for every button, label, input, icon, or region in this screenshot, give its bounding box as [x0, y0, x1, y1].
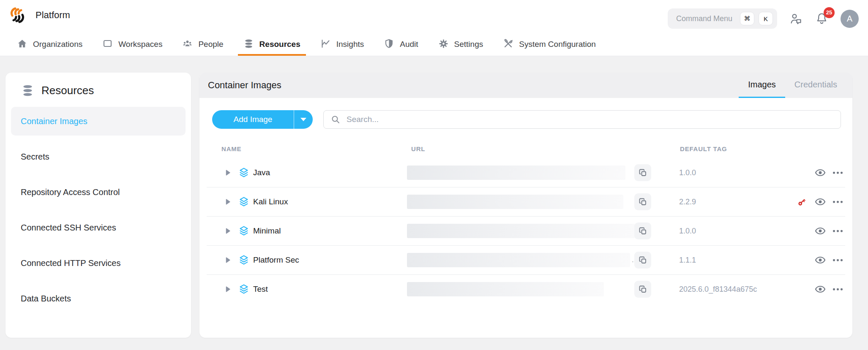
table-body: Java 1.0.0 — [207, 158, 845, 304]
view-image-button[interactable] — [814, 225, 826, 237]
table-row-platform-sec: Platform Sec ... 1.1.1 — [207, 245, 845, 274]
column-header-name: NAME — [221, 145, 241, 152]
copy-url-button[interactable] — [634, 252, 651, 269]
sidebar-item-data-buckets[interactable]: Data Buckets — [11, 284, 186, 313]
search-box — [323, 110, 841, 129]
home-icon — [17, 38, 27, 51]
eye-icon — [814, 225, 826, 237]
nav-item-system-configuration[interactable]: System Configuration — [503, 33, 596, 56]
default-tag-value: 1.1.1 — [679, 256, 696, 265]
table-row-minimal: Minimal 1.0.0 — [207, 216, 845, 245]
search-input[interactable] — [323, 110, 841, 129]
default-tag-value: 1.0.0 — [679, 227, 696, 236]
nav-item-resources[interactable]: Resources — [243, 33, 300, 56]
tab-credentials[interactable]: Credentials — [785, 73, 846, 98]
brand: Platform — [7, 5, 70, 26]
notifications-button[interactable]: 25 — [815, 12, 829, 26]
resources-icon — [243, 38, 254, 51]
chevron-right-icon — [224, 256, 232, 264]
user-avatar[interactable]: A — [841, 10, 859, 28]
panel-tabs: ImagesCredentials — [739, 73, 846, 98]
view-image-button[interactable] — [814, 196, 826, 208]
sidebar-item-container-images[interactable]: Container Images — [11, 107, 186, 136]
screen: Platform Command Menu ⌘ K — [0, 0, 868, 350]
copy-icon — [639, 227, 647, 236]
command-menu-label: Command Menu — [676, 14, 732, 23]
command-key-badge: ⌘ — [740, 12, 754, 25]
column-header-url: URL — [411, 145, 425, 152]
expand-row-button[interactable] — [224, 168, 232, 177]
row-actions-button[interactable] — [833, 198, 843, 206]
row-actions-button[interactable] — [833, 286, 843, 293]
view-image-button[interactable] — [814, 254, 826, 266]
eye-icon — [814, 167, 826, 179]
table-header: NAME URL DEFAULT TAG — [207, 139, 845, 158]
row-actions-button[interactable] — [833, 257, 843, 264]
row-actions-button[interactable] — [833, 169, 843, 176]
expand-row-button[interactable] — [224, 227, 232, 235]
column-header-default-tag: DEFAULT TAG — [680, 145, 727, 152]
eye-icon — [814, 283, 826, 295]
add-image-dropdown-button[interactable] — [294, 110, 313, 129]
sidebar-list: Container ImagesSecretsRepository Access… — [5, 107, 191, 313]
nav-item-workspaces[interactable]: Workspaces — [102, 33, 162, 56]
k-key-badge: K — [759, 12, 773, 25]
nav-item-insights[interactable]: Insights — [320, 33, 364, 56]
images-table: NAME URL DEFAULT TAG Java — [207, 139, 845, 304]
chevron-right-icon — [224, 168, 232, 177]
container-image-layers-icon — [238, 225, 250, 237]
expand-row-button[interactable] — [224, 285, 232, 293]
sidebar-item-connected-http-services[interactable]: Connected HTTP Services — [11, 249, 186, 277]
nav-item-audit[interactable]: Audit — [384, 33, 418, 56]
image-url-redacted — [407, 253, 630, 267]
copy-icon — [639, 168, 647, 177]
image-url-redacted — [407, 195, 623, 209]
expand-row-button[interactable] — [224, 198, 232, 206]
chevron-down-icon — [300, 118, 306, 121]
insights-icon — [320, 38, 331, 51]
sidebar-item-repository-access-control[interactable]: Repository Access Control — [11, 178, 186, 206]
default-tag-value: 1.0.0 — [679, 168, 696, 177]
copy-icon — [639, 285, 647, 294]
tab-images[interactable]: Images — [739, 73, 785, 98]
row-actions-button[interactable] — [833, 228, 843, 235]
support-contact-button[interactable] — [789, 12, 803, 26]
add-image-button[interactable]: Add Image — [212, 110, 294, 129]
expand-row-button[interactable] — [224, 256, 232, 264]
image-name: Java — [253, 168, 270, 177]
image-url-redacted — [407, 166, 625, 180]
toolbar: Add Image — [212, 110, 841, 129]
view-image-button[interactable] — [814, 167, 826, 179]
sidebar-header: Resources — [5, 73, 191, 97]
database-icon — [21, 84, 34, 97]
table-row-java: Java 1.0.0 — [207, 158, 845, 187]
nav-item-organizations[interactable]: Organizations — [17, 33, 82, 56]
container-image-layers-icon — [238, 196, 250, 208]
sidebar-item-connected-ssh-services[interactable]: Connected SSH Services — [11, 213, 186, 242]
image-name: Minimal — [253, 226, 281, 236]
nav-item-settings[interactable]: Settings — [438, 33, 483, 56]
container-image-layers-icon — [238, 167, 250, 179]
copy-icon — [639, 256, 647, 265]
command-menu-button[interactable]: Command Menu ⌘ K — [668, 8, 777, 29]
panel-header: Container Images ImagesCredentials — [199, 73, 852, 98]
table-row-kali-linux: Kali Linux 2.2.9 — [207, 187, 845, 216]
chevron-right-icon — [224, 198, 232, 206]
chevron-right-icon — [224, 285, 232, 293]
copy-url-button[interactable] — [634, 281, 651, 298]
container-image-layers-icon — [238, 254, 250, 266]
eye-icon — [814, 254, 826, 266]
nav-item-people[interactable]: People — [182, 33, 223, 56]
image-url-redacted — [407, 282, 604, 296]
settings-icon — [438, 38, 449, 51]
sidebar-item-secrets[interactable]: Secrets — [11, 142, 186, 171]
view-image-button[interactable] — [814, 283, 826, 295]
copy-url-button[interactable] — [634, 193, 651, 210]
topbar-actions: Command Menu ⌘ K — [668, 8, 859, 29]
image-name: Platform Sec — [253, 255, 299, 265]
people-icon — [182, 38, 193, 51]
person-chat-icon — [789, 12, 803, 26]
copy-url-button[interactable] — [634, 222, 651, 239]
copy-icon — [639, 198, 647, 206]
copy-url-button[interactable] — [634, 164, 651, 181]
